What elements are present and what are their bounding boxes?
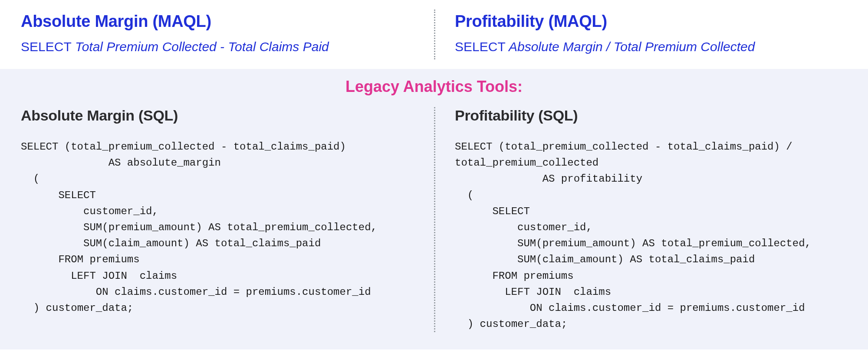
- maql-left-col: Absolute Margin (MAQL) SELECT Total Prem…: [21, 12, 434, 54]
- sql-right-code: SELECT (total_premium_collected - total_…: [455, 139, 847, 332]
- sql-right-col: Profitability (SQL) SELECT (total_premiu…: [434, 107, 847, 332]
- maql-section: Absolute Margin (MAQL) SELECT Total Prem…: [0, 0, 868, 69]
- vertical-divider-bottom: [434, 107, 435, 332]
- vertical-divider-top: [434, 10, 435, 59]
- legacy-section: Legacy Analytics Tools: Absolute Margin …: [0, 69, 868, 349]
- maql-right-title: Profitability (MAQL): [455, 12, 847, 31]
- maql-left-select-keyword: SELECT: [21, 39, 72, 54]
- maql-left-expression: Total Premium Collected - Total Claims P…: [75, 39, 329, 54]
- sql-left-title: Absolute Margin (SQL): [21, 107, 413, 124]
- maql-right-col: Profitability (MAQL) SELECT Absolute Mar…: [434, 12, 847, 54]
- maql-left-query: SELECT Total Premium Collected - Total C…: [21, 39, 413, 54]
- maql-right-expression: Absolute Margin / Total Premium Collecte…: [509, 39, 755, 54]
- sql-right-title: Profitability (SQL): [455, 107, 847, 124]
- maql-left-title: Absolute Margin (MAQL): [21, 12, 413, 31]
- comparison-document: Absolute Margin (MAQL) SELECT Total Prem…: [0, 0, 868, 359]
- maql-right-select-keyword: SELECT: [455, 39, 506, 54]
- legacy-heading: Legacy Analytics Tools:: [21, 78, 847, 96]
- sql-left-code: SELECT (total_premium_collected - total_…: [21, 139, 413, 316]
- sql-columns: Absolute Margin (SQL) SELECT (total_prem…: [21, 107, 847, 332]
- maql-right-query: SELECT Absolute Margin / Total Premium C…: [455, 39, 847, 54]
- sql-left-col: Absolute Margin (SQL) SELECT (total_prem…: [21, 107, 434, 332]
